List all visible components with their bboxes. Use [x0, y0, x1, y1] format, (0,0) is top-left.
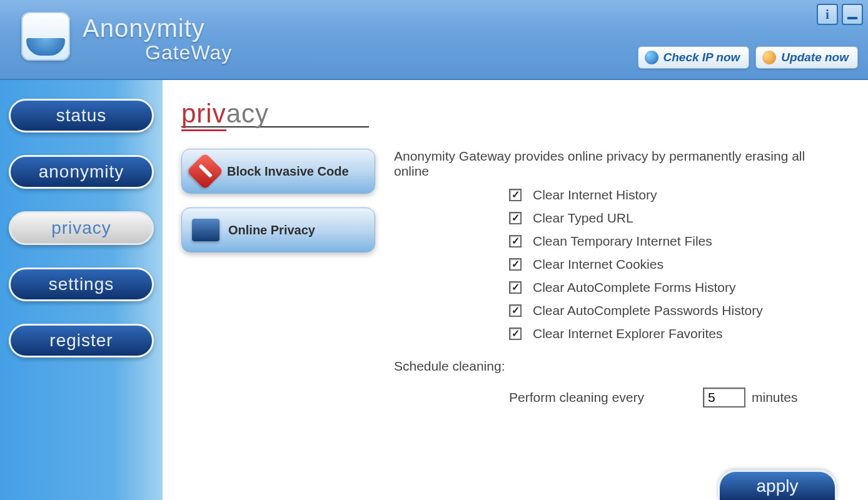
update-label: Update now	[781, 51, 849, 64]
app-title: Anonymity GateWay	[83, 14, 232, 64]
subnav-online-label: Online Privacy	[228, 223, 315, 238]
info-icon: i	[825, 8, 829, 22]
check-row-cookies: Clear Internet Cookies	[509, 257, 843, 272]
check-label: Clear Typed URL	[533, 211, 633, 226]
check-label: Clear AutoComplete Passwords History	[533, 303, 763, 318]
update-icon	[762, 51, 776, 64]
nav-privacy[interactable]: privacy	[9, 211, 154, 245]
sidebar: status anonymity privacy settings regist…	[0, 80, 163, 500]
check-label: Clear Internet History	[533, 188, 657, 202]
subnav-block-invasive[interactable]: Block Invasive Code	[181, 149, 375, 194]
check-label: Clear AutoComplete Forms History	[533, 280, 735, 295]
globe-icon	[645, 51, 659, 64]
checkbox-history[interactable]	[509, 189, 522, 201]
apply-button[interactable]: apply	[718, 470, 837, 500]
check-row-history: Clear Internet History	[509, 188, 843, 202]
nav-settings[interactable]: settings	[9, 268, 154, 301]
window-controls: i	[817, 4, 863, 25]
privacy-checklist: Clear Internet History Clear Typed URL C…	[394, 188, 843, 341]
check-label: Clear Internet Cookies	[533, 257, 664, 272]
check-row-ie-favorites: Clear Internet Explorer Favorites	[509, 326, 843, 341]
minimize-icon	[847, 17, 857, 19]
check-label: Clean Temporary Internet Files	[533, 234, 712, 249]
checkbox-autocomplete-passwords[interactable]	[509, 304, 522, 317]
checkbox-temp-files[interactable]	[509, 235, 522, 248]
schedule-label: Schedule cleaning:	[394, 359, 843, 374]
nav-register[interactable]: register	[9, 324, 154, 358]
nav-status[interactable]: status	[9, 99, 154, 132]
page-title-rest: acy	[226, 99, 269, 128]
checkbox-autocomplete-forms[interactable]	[509, 281, 522, 294]
check-row-temp-files: Clean Temporary Internet Files	[509, 234, 843, 249]
monitor-icon	[192, 219, 220, 241]
main-panel: privacy Block Invasive Code Online Priva…	[163, 80, 868, 500]
app-title-line2: GateWay	[145, 41, 232, 64]
schedule-row: Perform cleaning every minutes	[394, 388, 843, 408]
checkbox-cookies[interactable]	[509, 258, 522, 271]
checkbox-ie-favorites[interactable]	[509, 328, 522, 340]
app-title-line1: Anonymity	[83, 14, 232, 42]
check-label: Clear Internet Explorer Favorites	[533, 326, 722, 341]
content-columns: Block Invasive Code Online Privacy Anony…	[181, 149, 843, 408]
subnav: Block Invasive Code Online Privacy	[181, 149, 375, 408]
body: status anonymity privacy settings regist…	[0, 80, 868, 500]
check-row-typed-url: Clear Typed URL	[509, 211, 843, 226]
header-actions: Check IP now Update now	[638, 46, 859, 69]
settings-column: Anonymity Gateway provides online privac…	[394, 149, 843, 408]
app-logo-icon	[21, 12, 70, 61]
check-row-autocomplete-forms: Clear AutoComplete Forms History	[509, 280, 843, 295]
check-ip-label: Check IP now	[664, 51, 740, 64]
schedule-suffix: minutes	[752, 390, 798, 405]
subnav-block-label: Block Invasive Code	[227, 164, 349, 179]
checkbox-typed-url[interactable]	[509, 212, 522, 224]
interval-input[interactable]	[703, 388, 745, 408]
page-title-accent: priv	[181, 99, 226, 131]
check-row-autocomplete-passwords: Clear AutoComplete Passwords History	[509, 303, 843, 318]
check-ip-button[interactable]: Check IP now	[638, 46, 750, 69]
header-bar: Anonymity GateWay i Check IP now Update …	[0, 0, 868, 80]
update-now-button[interactable]: Update now	[755, 46, 858, 69]
page-title: privacy	[181, 99, 843, 129]
intro-text: Anonymity Gateway provides online privac…	[394, 149, 843, 179]
stop-icon	[186, 152, 223, 189]
app-window: Anonymity GateWay i Check IP now Update …	[0, 0, 868, 500]
minimize-button[interactable]	[842, 4, 863, 25]
schedule-prefix: Perform cleaning every	[509, 390, 697, 405]
info-button[interactable]: i	[817, 4, 838, 25]
subnav-online-privacy[interactable]: Online Privacy	[181, 208, 375, 252]
nav-anonymity[interactable]: anonymity	[9, 155, 154, 189]
